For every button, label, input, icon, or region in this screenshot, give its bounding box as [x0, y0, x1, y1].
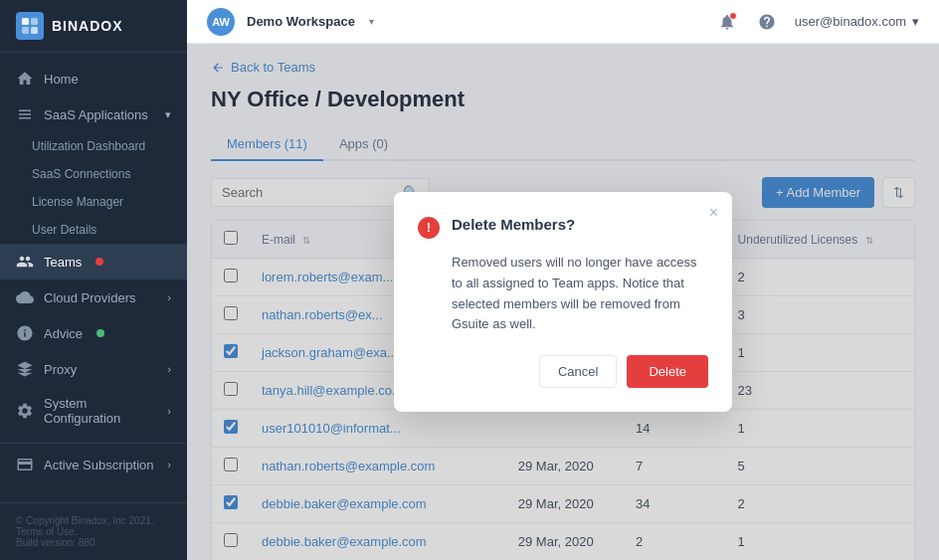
delete-button[interactable]: Delete	[627, 355, 708, 388]
workspace-avatar: AW	[207, 8, 235, 36]
sidebar-item-teams-label: Teams	[44, 255, 82, 270]
modal-title: Delete Members?	[452, 216, 575, 233]
notification-badge	[729, 12, 737, 20]
sidebar-item-license[interactable]: License Manager	[32, 188, 187, 216]
sidebar-item-saas-label: SaaS Applications	[44, 107, 148, 122]
sidebar-copyright: © Copyright Binadox, Inc 2021. Terms of …	[0, 502, 187, 560]
saas-chevron-icon: ▾	[165, 108, 171, 121]
modal-body: Removed users will no longer have access…	[418, 253, 708, 335]
subscription-chevron-icon: ›	[167, 459, 171, 470]
advice-badge	[96, 329, 104, 337]
cloud-chevron-icon: ›	[167, 291, 171, 303]
user-chevron-icon: ▾	[912, 14, 919, 29]
sidebar-item-utilization[interactable]: Utilization Dashboard	[32, 132, 187, 160]
svg-rect-1	[31, 18, 38, 25]
sidebar-item-connections[interactable]: SaaS Connections	[32, 160, 187, 188]
sidebar-item-subscription[interactable]: Active Subscription ›	[0, 443, 187, 482]
sidebar-item-advice[interactable]: Advice	[0, 315, 187, 351]
sidebar-item-sysconfig[interactable]: System Configuration ›	[0, 387, 187, 435]
sidebar-item-saas[interactable]: SaaS Applications ▾	[0, 96, 187, 132]
modal-actions: Cancel Delete	[418, 355, 708, 388]
svg-rect-0	[22, 18, 29, 25]
svg-rect-2	[22, 27, 29, 34]
modal-warning-icon: !	[418, 217, 440, 239]
delete-members-modal: ! Delete Members? × Removed users will n…	[394, 192, 732, 412]
sidebar-item-subscription-label: Active Subscription	[44, 458, 154, 472]
help-icon[interactable]	[755, 10, 779, 34]
sidebar: BINADOX Home SaaS Applications ▾ Utiliza…	[0, 0, 187, 560]
sidebar-item-home[interactable]: Home	[0, 61, 187, 96]
modal-close-button[interactable]: ×	[709, 204, 718, 222]
teams-badge	[95, 258, 103, 266]
sidebar-item-proxy[interactable]: Proxy ›	[0, 351, 187, 387]
proxy-chevron-icon: ›	[167, 363, 171, 375]
user-info[interactable]: user@binadox.com ▾	[795, 14, 919, 29]
modal-overlay: ! Delete Members? × Removed users will n…	[187, 44, 939, 560]
svg-rect-3	[31, 27, 38, 34]
sidebar-item-teams[interactable]: Teams	[0, 244, 187, 280]
notifications-icon[interactable]	[715, 10, 739, 34]
main-content: AW Demo Workspace ▾ user@binadox.com ▾ B…	[187, 0, 939, 560]
sidebar-item-cloud[interactable]: Cloud Providers ›	[0, 280, 187, 315]
user-email: user@binadox.com	[795, 14, 906, 29]
sidebar-item-proxy-label: Proxy	[44, 362, 77, 377]
sidebar-item-cloud-label: Cloud Providers	[44, 290, 136, 305]
cancel-button[interactable]: Cancel	[539, 355, 617, 388]
modal-header: ! Delete Members?	[418, 216, 708, 239]
sidebar-sub-saas: Utilization Dashboard SaaS Connections L…	[0, 132, 187, 244]
workspace-chevron-icon[interactable]: ▾	[369, 16, 374, 27]
sidebar-nav: Home SaaS Applications ▾ Utilization Das…	[0, 53, 187, 502]
sysconfig-chevron-icon: ›	[167, 405, 171, 417]
sidebar-item-sysconfig-label: System Configuration	[44, 396, 157, 426]
logo-icon	[16, 12, 44, 40]
sidebar-item-user-details[interactable]: User Details	[32, 216, 187, 244]
sidebar-item-advice-label: Advice	[44, 326, 83, 341]
sidebar-logo: BINADOX	[0, 0, 187, 53]
logo-text: BINADOX	[52, 18, 123, 34]
header-right: user@binadox.com ▾	[715, 10, 919, 34]
workspace-name: Demo Workspace	[247, 14, 355, 29]
sidebar-item-home-label: Home	[44, 72, 79, 87]
page: Back to Teams NY Office / Development Me…	[187, 44, 939, 560]
header: AW Demo Workspace ▾ user@binadox.com ▾	[187, 0, 939, 44]
